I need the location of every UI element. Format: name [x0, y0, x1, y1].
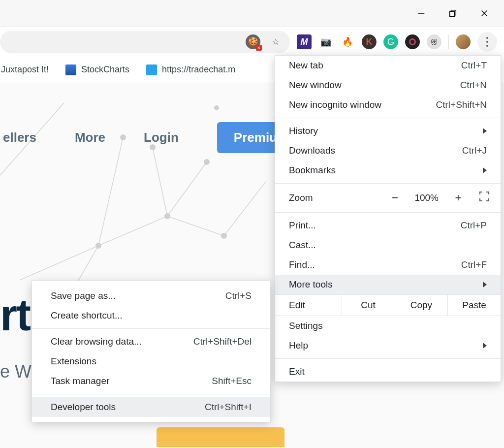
- menu-label: History: [289, 126, 318, 136]
- menu-shortcut: Ctrl+J: [462, 145, 487, 156]
- chevron-right-icon: [483, 167, 487, 173]
- star-icon[interactable]: ☆: [268, 34, 283, 49]
- svg-point-18: [164, 213, 170, 219]
- k-circle-icon[interactable]: K: [362, 34, 377, 49]
- menu-label: Clear browsing data...: [51, 336, 142, 347]
- menu-label: Bookmarks: [289, 165, 336, 176]
- menu-more-tools[interactable]: More tools: [275, 275, 501, 294]
- menu-label: Zoom: [289, 192, 313, 203]
- bookmark-juxtapost[interactable]: Juxtapost It!: [1, 64, 49, 75]
- menu-paste[interactable]: Paste: [447, 295, 501, 316]
- menu-downloads[interactable]: Downloads Ctrl+J: [275, 141, 501, 160]
- menu-history[interactable]: History: [275, 121, 501, 141]
- settings-cookie-icon[interactable]: × 🍪: [246, 34, 260, 49]
- menu-shortcut: Shift+Esc: [212, 376, 252, 386]
- menu-shortcut: Ctrl+S: [225, 290, 252, 301]
- submenu-developer-tools[interactable]: Developer tools Ctrl+Shift+I: [32, 397, 270, 417]
- menu-label: Task manager: [51, 376, 109, 386]
- bookmark-tradechat[interactable]: https://tradechat.m: [146, 64, 235, 75]
- camera-icon[interactable]: 📷: [318, 34, 333, 49]
- svg-line-5: [20, 246, 98, 280]
- favicon-icon: [146, 64, 157, 75]
- menu-label: Print...: [289, 220, 316, 231]
- svg-rect-2: [450, 11, 455, 16]
- menu-cut[interactable]: Cut: [342, 295, 395, 316]
- menu-label: Downloads: [289, 145, 335, 156]
- submenu-clear-data[interactable]: Clear browsing data... Ctrl+Shift+Del: [32, 332, 270, 352]
- submenu-save-page[interactable]: Save page as... Ctrl+S: [32, 286, 270, 306]
- purple-m-icon[interactable]: M: [297, 34, 312, 49]
- submenu-create-shortcut[interactable]: Create shortcut...: [32, 306, 270, 325]
- zoom-out-button[interactable]: −: [388, 192, 402, 204]
- menu-bookmarks[interactable]: Bookmarks: [275, 160, 501, 180]
- cta-button-partial[interactable]: [157, 427, 284, 447]
- restore-button[interactable]: [437, 2, 469, 25]
- chevron-right-icon: [483, 282, 487, 288]
- menu-find[interactable]: Find... Ctrl+F: [275, 255, 501, 275]
- grammarly-icon[interactable]: G: [383, 34, 398, 49]
- flame-icon[interactable]: 🔥: [340, 34, 355, 49]
- menu-new-tab[interactable]: New tab Ctrl+T: [275, 56, 501, 75]
- menu-settings[interactable]: Settings: [275, 316, 501, 336]
- menu-zoom: Zoom − 100% +: [275, 187, 501, 209]
- menu-copy[interactable]: Copy: [395, 295, 448, 316]
- menu-shortcut: Ctrl+Shift+N: [436, 99, 487, 110]
- menu-incognito[interactable]: New incognito window Ctrl+Shift+N: [275, 95, 501, 115]
- minimize-button[interactable]: [406, 2, 437, 25]
- menu-label: Save page as...: [51, 290, 116, 301]
- hero-title-fragment: rt: [0, 290, 30, 341]
- menu-label: Create shortcut...: [51, 310, 123, 321]
- bookmark-label: https://tradechat.m: [162, 64, 235, 75]
- menu-label: Extensions: [51, 356, 96, 367]
- nav-more[interactable]: More: [75, 130, 105, 145]
- menu-cast[interactable]: Cast...: [275, 235, 501, 255]
- menu-button[interactable]: [477, 32, 497, 52]
- menu-shortcut: Ctrl+P: [461, 220, 487, 231]
- menu-edit-row: Edit Cut Copy Paste: [275, 294, 501, 316]
- favicon-icon: [65, 64, 76, 75]
- menu-separator: [275, 212, 501, 213]
- menu-shortcut: Ctrl+F: [461, 259, 487, 270]
- bookmark-label: Juxtapost It!: [1, 64, 49, 75]
- menu-label: Help: [289, 340, 308, 351]
- menu-label: New incognito window: [289, 99, 381, 110]
- spiral-icon[interactable]: ֎: [427, 34, 441, 49]
- menu-shortcut: Ctrl+Shift+Del: [193, 336, 252, 347]
- bookmark-label: StockCharts: [81, 64, 129, 75]
- menu-shortcut: Ctrl+T: [461, 60, 487, 71]
- omnibox-tail[interactable]: × 🍪 ☆: [0, 31, 290, 53]
- nav-sellers[interactable]: ellers: [3, 130, 36, 145]
- menu-label: Cast...: [289, 240, 316, 251]
- bookmark-stockcharts[interactable]: StockCharts: [65, 64, 129, 75]
- close-button[interactable]: [469, 2, 500, 25]
- menu-exit[interactable]: Exit: [275, 362, 501, 382]
- menu-separator: [275, 183, 501, 184]
- menu-label: Developer tools: [51, 402, 116, 413]
- lens-icon[interactable]: [405, 34, 420, 49]
- menu-label: Exit: [289, 366, 305, 377]
- menu-new-window[interactable]: New window Ctrl+N: [275, 75, 501, 95]
- svg-line-9: [153, 147, 167, 216]
- svg-line-10: [167, 216, 224, 236]
- menu-separator: [275, 358, 501, 359]
- submenu-extensions[interactable]: Extensions: [32, 352, 270, 371]
- svg-line-7: [98, 216, 167, 246]
- svg-line-11: [224, 182, 266, 236]
- submenu-task-manager[interactable]: Task manager Shift+Esc: [32, 371, 270, 391]
- nav-login[interactable]: Login: [144, 130, 179, 145]
- menu-print[interactable]: Print... Ctrl+P: [275, 216, 501, 235]
- menu-label: New window: [289, 80, 342, 91]
- fullscreen-icon[interactable]: [478, 191, 491, 205]
- menu-label: Find...: [289, 259, 315, 270]
- chevron-right-icon: [483, 128, 487, 134]
- svg-point-19: [221, 233, 227, 239]
- chevron-right-icon: [483, 343, 487, 349]
- browser-toolbar: × 🍪 ☆ M 📷 🔥 K G ֎: [0, 27, 504, 57]
- titlebar: [0, 0, 504, 27]
- menu-separator: [32, 394, 270, 394]
- menu-help[interactable]: Help: [275, 336, 501, 355]
- toolbar-separator: [448, 35, 449, 49]
- avatar[interactable]: [456, 34, 471, 49]
- menu-separator: [275, 118, 501, 118]
- zoom-in-button[interactable]: +: [451, 192, 465, 204]
